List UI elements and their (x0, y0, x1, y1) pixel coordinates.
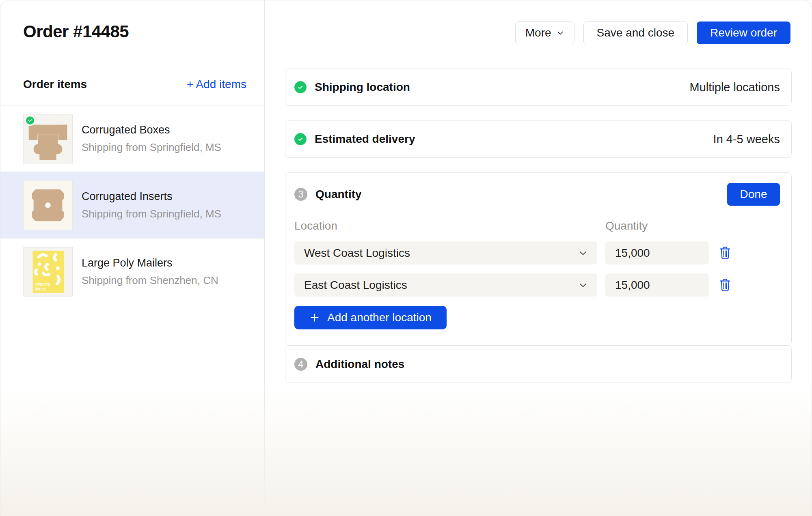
page-title: Order #14485 (23, 22, 129, 41)
step-number-badge: 3 (294, 188, 307, 201)
item-thumbnail (23, 181, 73, 230)
add-another-location-button[interactable]: Add another location (294, 306, 447, 329)
item-title: Corrugated Inserts (82, 190, 221, 203)
chevron-down-icon (579, 249, 587, 258)
step-shipping-location[interactable]: Shipping location Multiple locations (285, 69, 792, 106)
delete-location-button[interactable] (717, 244, 733, 262)
quantity-header: 3 Quantity Done (294, 183, 780, 206)
quantity-row: East Coast Logistics (294, 273, 780, 297)
order-item-large-poly-mailers[interactable]: shipping things. Large Poly Mailers Ship… (0, 239, 264, 305)
step-additional-notes[interactable]: 4 Additional notes (285, 346, 792, 383)
done-button-label: Done (740, 188, 767, 201)
step-title: Additional notes (315, 358, 404, 371)
main-panel: More Save and close Review order Shippin… (265, 0, 812, 516)
item-thumbnail (23, 114, 73, 163)
step-quantity: 3 Quantity Done Location Quantity West C… (285, 172, 792, 346)
review-order-button[interactable]: Review order (697, 22, 790, 44)
quantity-input[interactable] (605, 273, 709, 297)
quantity-column-headers: Location Quantity (294, 219, 780, 232)
poly-mailer-illustration: shipping things. (24, 247, 72, 296)
item-subtitle: Shipping from Springfield, MS (82, 208, 221, 220)
step-value: In 4-5 weeks (713, 133, 780, 146)
quantity-column-header: Quantity (605, 219, 709, 232)
quantity-row: West Coast Logistics (294, 241, 780, 264)
header-actions: More Save and close Review order (265, 0, 812, 44)
save-and-close-button[interactable]: Save and close (583, 22, 688, 44)
item-title: Corrugated Boxes (82, 124, 221, 136)
quantity-input[interactable] (605, 241, 709, 264)
check-icon (294, 81, 307, 93)
item-thumbnail: shipping things. (23, 247, 73, 297)
review-order-label: Review order (710, 26, 777, 39)
check-icon (25, 115, 35, 126)
more-button[interactable]: More (515, 22, 574, 44)
order-item-corrugated-boxes[interactable]: Corrugated Boxes Shipping from Springfie… (0, 105, 264, 172)
sidebar-header: Order #14485 (0, 0, 264, 63)
sidebar: Order #14485 Order items + Add items (0, 0, 265, 516)
item-subtitle: Shipping from Shenzhen, CN (82, 274, 218, 287)
location-select[interactable]: East Coast Logistics (294, 273, 597, 297)
item-subtitle: Shipping from Springfield, MS (82, 141, 221, 154)
more-button-label: More (525, 26, 551, 39)
item-title: Large Poly Mailers (82, 257, 218, 269)
location-select-value: West Coast Logistics (304, 247, 410, 260)
mailer-brand-text-line2: things. (35, 287, 47, 291)
trash-icon (719, 278, 731, 292)
step-title: Shipping location (315, 81, 410, 94)
step-title: Quantity (315, 188, 362, 201)
plus-icon (309, 312, 320, 323)
save-and-close-label: Save and close (597, 26, 674, 39)
step-number-badge: 4 (294, 358, 307, 371)
trash-icon (719, 246, 731, 260)
add-items-link[interactable]: + Add items (187, 78, 246, 91)
check-icon (294, 133, 307, 145)
done-button[interactable]: Done (727, 183, 780, 206)
order-editor-window: Order #14485 Order items + Add items (0, 0, 812, 516)
step-title: Estimated delivery (315, 133, 415, 146)
mailer-brand-text-line1: shipping (35, 282, 51, 286)
step-estimated-delivery[interactable]: Estimated delivery In 4-5 weeks (285, 120, 792, 158)
chevron-down-icon (579, 281, 587, 290)
order-steps: Shipping location Multiple locations Est… (285, 69, 792, 383)
location-select[interactable]: West Coast Logistics (294, 241, 597, 264)
step-value: Multiple locations (690, 81, 780, 94)
delete-location-button[interactable] (717, 276, 733, 294)
add-another-location-label: Add another location (327, 311, 432, 324)
location-column-header: Location (294, 219, 597, 232)
chevron-down-icon (556, 29, 564, 37)
order-item-corrugated-inserts[interactable]: Corrugated Inserts Shipping from Springf… (0, 172, 264, 239)
order-items-header: Order items + Add items (0, 63, 264, 105)
location-select-value: East Coast Logistics (304, 279, 407, 292)
corrugated-insert-illustration (24, 181, 72, 230)
order-items-label: Order items (23, 78, 87, 91)
